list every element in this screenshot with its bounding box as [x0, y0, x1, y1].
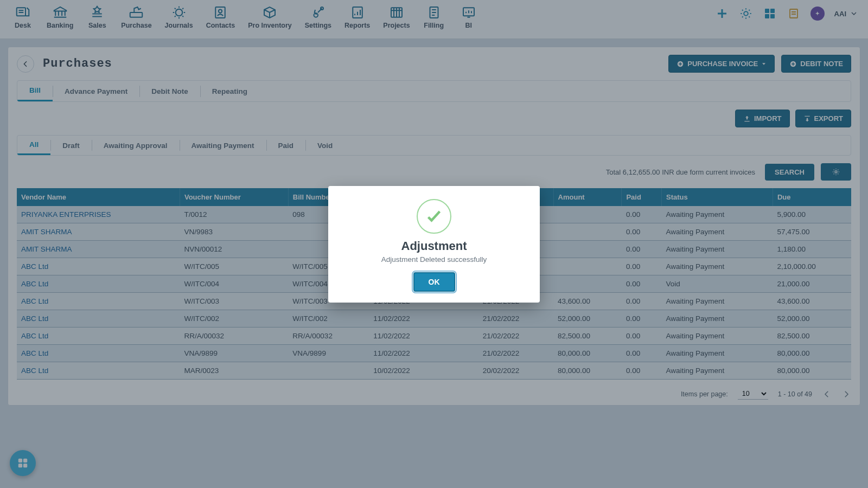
- modal-ok-button[interactable]: OK: [413, 272, 455, 292]
- success-check-icon: [417, 199, 451, 234]
- modal-overlay[interactable]: Adjustment Adjustment Deleted successful…: [0, 0, 868, 488]
- modal-title: Adjustment: [339, 239, 529, 253]
- adjustment-modal: Adjustment Adjustment Deleted successful…: [328, 186, 540, 303]
- modal-message: Adjustment Deleted successfully: [339, 255, 529, 264]
